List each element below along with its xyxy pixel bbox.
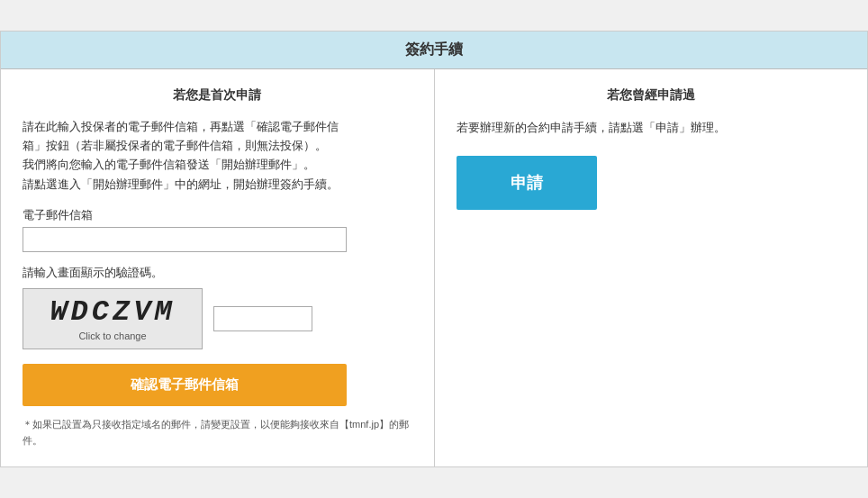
desc-line4: 請點選進入「開始辦理郵件」中的網址，開始辦理簽約手續。 bbox=[23, 178, 339, 191]
two-col-layout: 若您是首次申請 請在此輸入投保者的電子郵件信箱，再點選「確認電子郵件信 箱」按鈕… bbox=[1, 69, 867, 466]
email-label: 電子郵件信箱 bbox=[23, 207, 412, 223]
right-column: 若您曾經申請過 若要辦理新的合約申請手續，請點選「申請」辦理。 申請 bbox=[435, 69, 868, 466]
desc-line1: 請在此輸入投保者的電子郵件信箱，再點選「確認電子郵件信 bbox=[23, 121, 339, 133]
footer-note: ＊如果已設置為只接收指定域名的郵件，請變更設置，以便能夠接收來自【tmnf.jp… bbox=[23, 417, 412, 448]
main-container: 簽約手續 若您是首次申請 請在此輸入投保者的電子郵件信箱，再點選「確認電子郵件信… bbox=[0, 31, 868, 467]
captcha-image[interactable]: WDCZVM Click to change bbox=[23, 288, 203, 349]
apply-button[interactable]: 申請 bbox=[457, 156, 597, 210]
captcha-row: WDCZVM Click to change bbox=[23, 288, 412, 349]
right-col-title: 若您曾經申請過 bbox=[457, 87, 846, 104]
captcha-input[interactable] bbox=[213, 306, 312, 331]
captcha-code: WDCZVM bbox=[50, 296, 175, 328]
page-title: 簽約手續 bbox=[1, 32, 867, 69]
email-input[interactable] bbox=[23, 227, 347, 252]
captcha-click-change-label: Click to change bbox=[78, 330, 146, 341]
left-col-title: 若您是首次申請 bbox=[23, 87, 412, 104]
desc-line2: 箱」按鈕（若非屬投保者的電子郵件信箱，則無法投保）。 bbox=[23, 140, 327, 152]
desc-line3: 我們將向您輸入的電子郵件信箱發送「開始辦理郵件」。 bbox=[23, 158, 315, 171]
captcha-label: 請輸入畫面顯示的驗證碼。 bbox=[23, 265, 412, 281]
left-column: 若您是首次申請 請在此輸入投保者的電子郵件信箱，再點選「確認電子郵件信 箱」按鈕… bbox=[1, 69, 435, 466]
confirm-email-button[interactable]: 確認電子郵件信箱 bbox=[23, 364, 347, 406]
right-description: 若要辦理新的合約申請手續，請點選「申請」辦理。 bbox=[457, 118, 846, 138]
left-description: 請在此輸入投保者的電子郵件信箱，再點選「確認電子郵件信 箱」按鈕（若非屬投保者的… bbox=[23, 118, 412, 195]
